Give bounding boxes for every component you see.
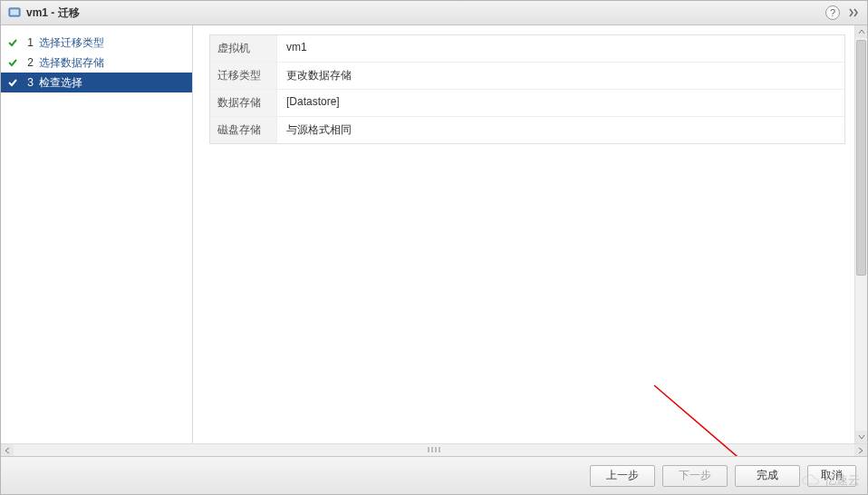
scroll-right-icon[interactable]: [854, 444, 867, 456]
help-icon[interactable]: ?: [825, 5, 840, 20]
scroll-track[interactable]: [14, 444, 854, 456]
summary-value: 与源格式相同: [277, 117, 844, 143]
summary-key: 磁盘存储: [210, 117, 277, 143]
grip-icon: [428, 447, 440, 452]
step-number: 2: [24, 56, 34, 69]
summary-row: 数据存储 [Datastore]: [210, 90, 844, 117]
titlebar: vm1 - 迁移 ?: [1, 1, 867, 25]
footer: 上一步 下一步 完成 取消 亿速云: [1, 456, 867, 494]
migrate-wizard-window: vm1 - 迁移 ? 1 选择迁移类型 2 选择数据存储 3 检查: [0, 0, 868, 495]
scroll-track[interactable]: [855, 38, 867, 431]
steps-sidebar: 1 选择迁移类型 2 选择数据存储 3 检查选择: [1, 25, 193, 443]
wizard-body: 1 选择迁移类型 2 选择数据存储 3 检查选择 虚拟机 vm1: [1, 25, 867, 443]
summary-table: 虚拟机 vm1 迁移类型 更改数据存储 数据存储 [Datastore] 磁盘存…: [209, 34, 845, 144]
summary-row: 虚拟机 vm1: [210, 35, 844, 63]
step-label: 选择迁移类型: [39, 35, 104, 51]
step-number: 1: [24, 36, 34, 49]
vm-icon: [8, 6, 21, 19]
summary-row: 迁移类型 更改数据存储: [210, 63, 844, 90]
scroll-thumb[interactable]: [856, 40, 866, 276]
summary-value: 更改数据存储: [277, 63, 844, 89]
scroll-up-icon[interactable]: [855, 25, 867, 38]
summary-key: 虚拟机: [210, 35, 277, 62]
vertical-scrollbar[interactable]: [854, 25, 867, 443]
scroll-down-icon[interactable]: [855, 431, 867, 443]
step-review[interactable]: 3 检查选择: [1, 73, 192, 92]
svg-rect-1: [11, 10, 19, 15]
summary-row: 磁盘存储 与源格式相同: [210, 117, 844, 143]
summary-key: 迁移类型: [210, 63, 277, 89]
expand-icon[interactable]: [847, 6, 860, 19]
summary-key: 数据存储: [210, 90, 277, 116]
back-button[interactable]: 上一步: [590, 465, 655, 487]
next-button: 下一步: [662, 465, 728, 487]
step-datastore[interactable]: 2 选择数据存储: [1, 53, 192, 73]
finish-button[interactable]: 完成: [735, 465, 800, 487]
check-icon: [6, 76, 19, 89]
title-text: vm1 - 迁移: [26, 5, 825, 21]
step-label: 检查选择: [39, 75, 82, 91]
title-vm: vm1: [26, 6, 48, 19]
step-label: 选择数据存储: [39, 55, 104, 71]
step-migration-type[interactable]: 1 选择迁移类型: [1, 33, 192, 53]
summary-value: vm1: [277, 35, 844, 62]
step-number: 3: [24, 76, 34, 89]
check-icon: [6, 36, 19, 49]
content-pane: 虚拟机 vm1 迁移类型 更改数据存储 数据存储 [Datastore] 磁盘存…: [193, 25, 867, 443]
titlebar-right: ?: [825, 5, 860, 20]
horizontal-scrollbar[interactable]: [1, 443, 867, 456]
check-icon: [6, 56, 19, 69]
scroll-left-icon[interactable]: [1, 444, 14, 456]
cancel-button[interactable]: 取消: [807, 465, 856, 487]
summary-value: [Datastore]: [277, 90, 844, 116]
